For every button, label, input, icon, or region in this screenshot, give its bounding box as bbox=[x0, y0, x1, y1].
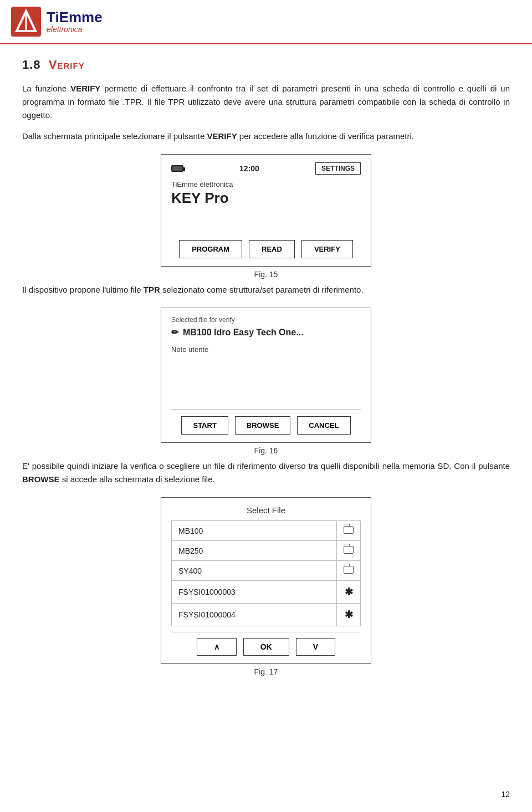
figure-15-container: 12:00 SETTINGS TiEmme elettronica KEY Pr… bbox=[22, 154, 510, 279]
nav-up-button[interactable]: ∧ bbox=[197, 638, 237, 656]
logo-tiemme: TiEmme bbox=[47, 9, 103, 25]
verify-note-label: Note utente bbox=[171, 345, 361, 354]
keypro-main-buttons: PROGRAM READ VERIFY bbox=[171, 240, 361, 258]
page-number: 12 bbox=[501, 790, 510, 799]
paragraph-1: La funzione VERIFY permette di effettuar… bbox=[22, 82, 510, 122]
table-row[interactable]: FSYSI01000004 ✱ bbox=[172, 604, 361, 626]
table-row[interactable]: MB250 bbox=[172, 541, 361, 561]
battery-icon bbox=[171, 165, 183, 172]
verify-button[interactable]: VERIFY bbox=[301, 240, 353, 258]
file-icon-fsysi1: ✱ bbox=[337, 581, 361, 604]
file-icon-fsysi2: ✱ bbox=[337, 604, 361, 626]
section-heading: 1.8 Verify bbox=[22, 58, 510, 72]
logo-icon bbox=[11, 7, 41, 37]
file-icon-mb100 bbox=[337, 521, 361, 541]
verify-file-name: MB100 Idro Easy Tech One... bbox=[183, 328, 304, 338]
settings-button[interactable]: SETTINGS bbox=[315, 162, 361, 175]
select-nav-buttons: ∧ OK V bbox=[171, 632, 361, 656]
file-name-fsysi1: FSYSI01000003 bbox=[172, 581, 337, 604]
figure-17-container: Select File MB100 MB250 SY400 bbox=[22, 497, 510, 676]
pencil-icon: ✏ bbox=[171, 327, 178, 338]
logo-text: TiEmme elettronica bbox=[47, 9, 103, 34]
program-button[interactable]: PROGRAM bbox=[179, 240, 242, 258]
nav-down-button[interactable]: V bbox=[296, 638, 335, 656]
verify-buttons: START BROWSE CANCEL bbox=[171, 409, 361, 435]
figure-16-box: Selected file for verify ✏ MB100 Idro Ea… bbox=[161, 308, 371, 443]
paragraph-4: E' possibile quindi iniziare la verifica… bbox=[22, 459, 510, 486]
fig16-caption: Fig. 16 bbox=[254, 446, 278, 455]
verify-selected-label: Selected file for verify bbox=[171, 316, 361, 324]
verify-note-area bbox=[171, 357, 361, 401]
read-button[interactable]: READ bbox=[249, 240, 295, 258]
file-select-table: MB100 MB250 SY400 FSYSI01000003 ✱ bbox=[171, 520, 361, 626]
select-file-title: Select File bbox=[171, 505, 361, 515]
file-name-fsysi2: FSYSI01000004 bbox=[172, 604, 337, 626]
fig15-caption: Fig. 15 bbox=[254, 270, 278, 279]
asterisk-icon: ✱ bbox=[345, 609, 353, 620]
keypro-topbar: 12:00 SETTINGS bbox=[171, 162, 361, 175]
file-name-mb100: MB100 bbox=[172, 521, 337, 541]
page-content: 1.8 Verify La funzione VERIFY permette d… bbox=[0, 44, 532, 694]
figure-17-box: Select File MB100 MB250 SY400 bbox=[161, 497, 371, 664]
folder-icon bbox=[344, 526, 354, 534]
file-name-mb250: MB250 bbox=[172, 541, 337, 561]
browse-button[interactable]: BROWSE bbox=[235, 416, 291, 435]
paragraph-3: Il dispositivo propone l'ultimo file TPR… bbox=[22, 283, 510, 297]
fig17-caption: Fig. 17 bbox=[254, 667, 278, 676]
page-header: TiEmme elettronica bbox=[0, 0, 532, 44]
file-name-sy400: SY400 bbox=[172, 561, 337, 581]
verify-file-row: ✏ MB100 Idro Easy Tech One... bbox=[171, 327, 361, 338]
keypro-brand: TiEmme elettronica bbox=[171, 180, 361, 188]
logo: TiEmme elettronica bbox=[11, 7, 103, 37]
table-row[interactable]: MB100 bbox=[172, 521, 361, 541]
keypro-model: KEY Pro bbox=[171, 190, 361, 207]
folder-icon bbox=[344, 546, 354, 554]
cancel-button[interactable]: CANCEL bbox=[297, 416, 350, 435]
table-row[interactable]: FSYSI01000003 ✱ bbox=[172, 581, 361, 604]
folder-icon bbox=[344, 566, 354, 574]
keypro-time: 12:00 bbox=[239, 164, 259, 173]
file-icon-sy400 bbox=[337, 561, 361, 581]
nav-ok-button[interactable]: OK bbox=[243, 638, 289, 656]
start-button[interactable]: START bbox=[181, 416, 228, 435]
figure-16-container: Selected file for verify ✏ MB100 Idro Ea… bbox=[22, 308, 510, 455]
logo-elettronica: elettronica bbox=[47, 25, 103, 34]
asterisk-icon: ✱ bbox=[345, 586, 353, 597]
file-icon-mb250 bbox=[337, 541, 361, 561]
paragraph-2: Dalla schermata principale selezionare i… bbox=[22, 130, 510, 143]
figure-15-box: 12:00 SETTINGS TiEmme elettronica KEY Pr… bbox=[161, 154, 371, 267]
table-row[interactable]: SY400 bbox=[172, 561, 361, 581]
